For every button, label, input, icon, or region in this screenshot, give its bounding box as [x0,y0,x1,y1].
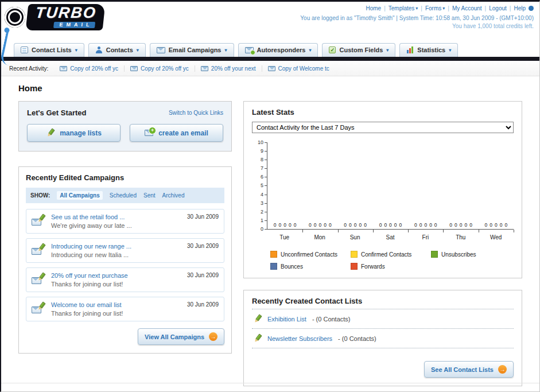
top-link-logout[interactable]: Logout [489,5,507,11]
recent-activity-item[interactable]: 20% off your next [195,65,262,72]
recently-edited-campaigns-panel: Recently Edited Campaigns SHOW: All Camp… [18,166,232,354]
email-edit-icon [32,303,45,313]
chevron-down-icon: ▾ [386,48,389,53]
y-axis-label: 4 [261,192,263,197]
chevron-down-icon: ▾ [137,48,139,53]
bar-value-label: 0 [419,222,422,228]
y-axis-tick: 0 [261,229,267,230]
contact-list-name-link[interactable]: Newsletter Subscribers [267,335,332,342]
chevron-down-icon: ▾ [224,48,227,53]
chart-plot: 00000000000000000000000000000000000 [267,142,514,230]
app-logo[interactable]: TURBO EMAIL [5,4,104,40]
pencil-icon [37,273,45,281]
recent-activity-items: Copy of 20% off ycCopy of 20% off yc20% … [54,65,335,72]
right-column: Latest Stats Contact Activity for the La… [243,101,522,386]
recent-activity-item[interactable]: Copy of 20% off yc [124,65,195,72]
top-link-forms[interactable]: Forms▾ [425,5,445,11]
nav-tab-custom-fields[interactable]: Custom Fields▾ [322,43,395,57]
login-info: You are logged in as "Timothy Smith" | S… [300,15,534,21]
view-all-campaigns-button[interactable]: View All Campaigns [138,328,224,345]
campaign-subtitle: Introducing our new Italia ... [51,251,181,258]
see-all-contact-lists-button[interactable]: See All Contact Lists [424,361,514,378]
legend-item: Unconfirmed Contacts [270,251,351,258]
top-link-my-account[interactable]: My Account [452,5,482,11]
nav-tab-email-campaigns[interactable]: Email Campaigns▾ [150,43,234,57]
logo-primary-text: TURBO [34,5,97,21]
pencil-icon [37,243,45,252]
bar-value-label: 0 [414,222,417,228]
contact-list-name-link[interactable]: Exhibition List [267,316,306,323]
manage-lists-button[interactable]: manage lists [27,124,121,142]
campaign-title-link[interactable]: See us at the retail food ... [51,214,181,220]
campaign-filter-scheduled[interactable]: Scheduled [110,192,137,199]
legend-label: Unconfirmed Contacts [281,251,337,258]
top-link-label: Help [514,5,526,11]
y-axis-tick: 2 [261,212,267,212]
app-window: TURBO EMAIL Home|Templates▾|Forms▾|My Ac… [0,0,540,392]
recent-activity-item[interactable]: Copy of Welcome tc [262,65,335,72]
campaign-list: See us at the retail food ...We're givin… [26,209,224,321]
bar-value-label: 0 [490,222,492,228]
campaign-filter-sent[interactable]: Sent [143,192,156,199]
campaign-title-link[interactable]: Introducing our new range ... [51,243,181,250]
create-email-label: create an email [158,129,208,137]
chart-bar-group: 00000 [338,222,373,229]
campaign-date: 30 Jun 2009 [187,214,219,220]
top-link-home[interactable]: Home [366,5,381,11]
show-label: SHOW: [30,192,50,199]
footer-divider [1,383,539,383]
bar-value-label: 0 [314,222,317,228]
top-link-separator: | [384,5,386,11]
y-axis-label: 8 [261,157,263,162]
y-axis-label: 5 [261,183,263,188]
nav-tab-contacts[interactable]: Contacts▾ [88,43,146,57]
top-link-separator: | [448,5,449,11]
turbo-swirl-icon [5,7,25,28]
stats-range-select[interactable]: Contact Activity for the Last 7 Days [252,122,514,133]
chart-bar-group: 00000 [408,222,443,229]
see-all-contact-lists-label: See All Contact Lists [431,366,494,373]
y-axis-label: 9 [261,149,263,154]
statistics-icon [406,46,414,53]
chart-bar-group: 00000 [302,222,337,229]
nav-tab-label: Statistics [417,46,445,53]
legend-swatch [270,263,277,270]
chart-bar-group: 00000 [479,222,514,229]
legend-item: Confirmed Contacts [351,251,431,258]
help-bubble-icon[interactable] [529,6,534,11]
nav-tab-autoresponders[interactable]: Autoresponders▾ [238,43,318,57]
bar-value-label: 0 [424,222,427,228]
chart-bar-group: 00000 [373,222,408,229]
nav-tab-statistics[interactable]: Statistics▾ [399,43,458,57]
chevron-down-icon: ▾ [449,48,451,53]
y-axis-tick: 10 [258,142,267,143]
main-content: Home Let's Get Started Switch to Quick L… [1,76,539,386]
top-link-help[interactable]: Help [514,5,526,11]
email-plus-icon [145,130,153,136]
bar-value-label: 0 [399,222,402,228]
switch-quick-links-link[interactable]: Switch to Quick Links [169,110,223,116]
nav-tab-contact-lists[interactable]: Contact Lists▾ [14,43,84,57]
create-email-button[interactable]: create an email [130,124,223,142]
campaign-texts: 20% off your next purchaseThanks for joi… [51,272,181,288]
top-link-label: Forms [425,5,441,11]
main-nav: Contact Lists▾Contacts▾Email Campaigns▾A… [1,40,539,57]
y-axis-tick: 6 [261,177,267,177]
legend-label: Unsubscribes [441,251,476,258]
recent-contact-lists-panel: Recently Created Contact Lists Exhibitio… [243,290,522,386]
x-axis-label: Mon [302,234,337,240]
campaign-title-link[interactable]: 20% off your next purchase [51,272,181,279]
chart-y-axis: 109876543210 [252,142,267,230]
top-link-templates[interactable]: Templates▾ [389,5,418,11]
top-link-label: Logout [489,5,507,11]
legend-item: Bounces [270,263,351,270]
recent-activity-item[interactable]: Copy of 20% off yc [54,65,124,72]
campaign-filter-all-campaigns[interactable]: All Campaigns [57,191,102,200]
campaign-row: Welcome to our email listThanks for join… [26,297,224,321]
bar-value-label: 0 [319,222,322,228]
campaign-title-link[interactable]: Welcome to our email list [51,301,181,308]
campaign-subtitle: Thanks for joining our list! [51,310,181,317]
campaign-filter-archived[interactable]: Archived [162,192,185,199]
top-link-label: Templates [389,5,415,11]
legend-label: Bounces [281,263,303,270]
